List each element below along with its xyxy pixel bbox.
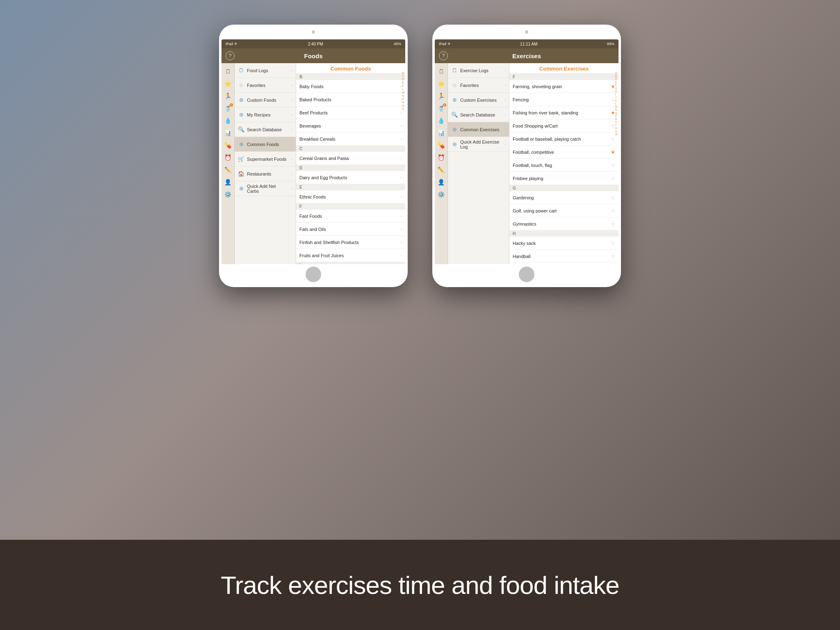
menu-item-supermarket[interactable]: 🛒 Supermarket Foods › bbox=[235, 152, 296, 167]
sidebar-icon-ex-fav[interactable]: ⭐ bbox=[436, 78, 447, 89]
help-button-right[interactable]: ? bbox=[439, 51, 448, 60]
list-item-gardening[interactable]: Gardening ☆ bbox=[509, 191, 619, 204]
list-star-golf[interactable]: ☆ bbox=[611, 208, 615, 214]
list-item-ethnic[interactable]: Ethnic Foods › bbox=[296, 190, 405, 203]
section-g-ex: G bbox=[509, 185, 619, 191]
menu-label-exercise-logs: Exercise Logs bbox=[460, 68, 502, 73]
menu-item-food-logs[interactable]: 🗒 Food Logs › bbox=[235, 63, 296, 78]
menu-icon-common-foods: ⊕ bbox=[238, 141, 244, 147]
menu-chevron-quick-add: › bbox=[291, 187, 292, 191]
list-item-fencing[interactable]: Fencing ☆ bbox=[509, 93, 619, 106]
list-item-football-flag[interactable]: Football, touch, flag ☆ bbox=[509, 159, 619, 172]
list-item-dairy[interactable]: Dairy and Egg Products › bbox=[296, 171, 405, 184]
menu-item-ex-favorites[interactable]: ☆ Favorites › bbox=[448, 78, 509, 93]
list-item-handball[interactable]: Handball ☆ bbox=[509, 250, 619, 263]
sidebar-icon-water[interactable]: 💧 bbox=[222, 115, 234, 126]
list-item-golf[interactable]: Golf, using power cart ☆ bbox=[509, 204, 619, 217]
list-item-football-catch[interactable]: Football or baseball, playing catch ☆ bbox=[509, 132, 619, 146]
list-item-baby-foods[interactable]: Baby Foods › bbox=[296, 80, 405, 93]
list-chevron-ethnic: › bbox=[401, 195, 402, 199]
list-item-frisbee[interactable]: Frisbee playing ☆ bbox=[509, 172, 619, 185]
sidebar-icon-person[interactable]: 👤 bbox=[222, 176, 234, 188]
sidebar-icon-ex-run[interactable]: 🏃 bbox=[436, 90, 447, 102]
list-star-hacky[interactable]: ☆ bbox=[611, 240, 615, 246]
menu-chevron-custom-ex: › bbox=[504, 98, 506, 102]
sidebar-badge: 3 bbox=[230, 103, 233, 107]
list-item-breakfast[interactable]: Breakfast Cereals › bbox=[296, 132, 405, 146]
menu-icon-custom-ex: ⊕ bbox=[451, 97, 458, 103]
sidebar-icon-ex-edit[interactable]: ✏️ bbox=[436, 164, 447, 176]
status-time-right: 11:11 AM bbox=[520, 42, 537, 46]
sidebar-icon-ex-person[interactable]: 👤 bbox=[436, 176, 447, 188]
list-star-football-competitive[interactable]: ★ bbox=[611, 149, 615, 155]
sidebar-icon-cup[interactable]: 🥤 3 bbox=[222, 103, 234, 114]
menu-icon-supermarket: 🛒 bbox=[238, 156, 244, 162]
menu-item-common-ex[interactable]: ⊕ Common Exercises › bbox=[448, 122, 509, 137]
list-star-gardening[interactable]: ☆ bbox=[611, 195, 615, 201]
list-item-fats[interactable]: Fats and Oils › bbox=[296, 223, 405, 236]
sidebar-icon-ex-settings[interactable]: ⚙️ bbox=[436, 189, 447, 200]
menu-item-search-db-ex[interactable]: 🔍 Search Database › bbox=[448, 107, 509, 122]
list-item-beverages[interactable]: Beverages › bbox=[296, 119, 405, 132]
list-label-beverages: Beverages bbox=[299, 123, 401, 128]
help-button-left[interactable]: ? bbox=[226, 51, 235, 60]
tablet-home-left[interactable] bbox=[306, 267, 321, 282]
menu-item-quick-add-ex[interactable]: ⊕ Quick Add Exercise Log › bbox=[448, 137, 509, 152]
list-star-food-shopping[interactable]: ☆ bbox=[611, 123, 615, 129]
list-label-frisbee: Frisbee playing bbox=[513, 176, 611, 181]
menu-item-exercise-logs[interactable]: 🗒 Exercise Logs › bbox=[448, 63, 509, 78]
list-label-beef: Beef Products bbox=[299, 110, 401, 115]
menu-item-restaurants[interactable]: 🏠 Restaurants › bbox=[235, 167, 296, 181]
sidebar-icon-favorites[interactable]: ⭐ bbox=[222, 78, 234, 89]
list-star-farming[interactable]: ★ bbox=[611, 84, 615, 89]
list-item-fishing[interactable]: Fishing from river bank, standing ★ bbox=[509, 106, 619, 119]
sidebar-icon-edit[interactable]: ✏️ bbox=[222, 164, 234, 176]
sidebar-icon-chart[interactable]: 📊 bbox=[222, 127, 234, 139]
list-item-fruits[interactable]: Fruits and Fruit Juices › bbox=[296, 249, 405, 262]
list-star-football-catch[interactable]: ☆ bbox=[611, 136, 615, 142]
list-item-health-club[interactable]: Health club exercise ☆ bbox=[509, 263, 619, 264]
list-item-food-shopping[interactable]: Food Shopping w/Cart ☆ bbox=[509, 119, 619, 132]
sidebar-icon-ex-cup[interactable]: 🥤 3 bbox=[436, 103, 447, 114]
list-star-fencing[interactable]: ☆ bbox=[611, 97, 615, 103]
list-star-frisbee[interactable]: ☆ bbox=[611, 176, 615, 181]
sidebar-icon-ex-alarm[interactable]: ⏰ bbox=[436, 152, 447, 163]
list-item-fast[interactable]: Fast Foods › bbox=[296, 210, 405, 223]
list-item-hacky[interactable]: Hacky sack ☆ bbox=[509, 237, 619, 250]
list-item-cereal[interactable]: Cereal Grains and Pasta › bbox=[296, 152, 405, 165]
sidebar-icon-food-log[interactable]: 🗒 bbox=[222, 66, 234, 77]
list-star-gymnastics[interactable]: ☆ bbox=[611, 221, 615, 227]
list-item-beef[interactable]: Beef Products › bbox=[296, 106, 405, 119]
list-star-handball[interactable]: ☆ bbox=[611, 253, 615, 259]
sidebar-icon-ex-log[interactable]: 🗒 bbox=[436, 66, 447, 77]
menu-label-search-db-ex: Search Database bbox=[460, 112, 502, 117]
menu-item-favorites[interactable]: ☆ Favorites › bbox=[235, 78, 296, 93]
list-star-football-flag[interactable]: ☆ bbox=[611, 162, 615, 168]
list-item-baked[interactable]: Baked Products › bbox=[296, 93, 405, 106]
sidebar-icon-pill[interactable]: 💊 bbox=[222, 139, 234, 151]
menu-item-custom-ex[interactable]: ⊕ Custom Exercises › bbox=[448, 93, 509, 107]
sidebar-icon-settings[interactable]: ⚙️ bbox=[222, 189, 234, 200]
list-item-farming[interactable]: Farming, shoveling grain ★ bbox=[509, 80, 619, 93]
status-right-right: 89% bbox=[607, 42, 614, 46]
menu-item-search-db[interactable]: 🔍 Search Database › bbox=[235, 122, 296, 137]
list-item-football-competitive[interactable]: Football, competitive ★ bbox=[509, 146, 619, 159]
sidebar-icon-ex-chart[interactable]: 📊 bbox=[436, 127, 447, 139]
menu-item-custom-foods[interactable]: ⊕ Custom Foods › bbox=[235, 93, 296, 107]
list-label-fruits: Fruits and Fruit Juices bbox=[299, 253, 401, 258]
list-star-fishing[interactable]: ★ bbox=[611, 110, 615, 116]
tablet-home-right[interactable] bbox=[519, 267, 534, 282]
sidebar-icon-alarm[interactable]: ⏰ bbox=[222, 152, 234, 163]
list-label-cereal: Cereal Grains and Pasta bbox=[299, 156, 401, 161]
list-item-finfish[interactable]: Finfish and Shellfish Products › bbox=[296, 236, 405, 249]
menu-item-my-recipes[interactable]: ⊕ My Recipes › bbox=[235, 107, 296, 122]
sidebar-icon-ex-pill[interactable]: 💊 bbox=[436, 139, 447, 151]
menu-icon-search-db-ex: 🔍 bbox=[451, 112, 458, 118]
sidebar-icon-ex-water[interactable]: 💧 bbox=[436, 115, 447, 126]
menu-icon-my-recipes: ⊕ bbox=[238, 112, 244, 118]
tablet-screen-left: iPad ✈ 2:40 PM 45% ? Foods 🗒 ⭐ 🏃 🥤 3 bbox=[221, 39, 405, 264]
menu-item-common-foods[interactable]: ⊕ Common Foods › bbox=[235, 137, 296, 152]
menu-item-quick-add[interactable]: ⊕ Quick Add Net Carbs › bbox=[235, 181, 296, 196]
sidebar-icon-running[interactable]: 🏃 bbox=[222, 90, 234, 102]
list-item-gymnastics[interactable]: Gymnastics ☆ bbox=[509, 217, 619, 231]
